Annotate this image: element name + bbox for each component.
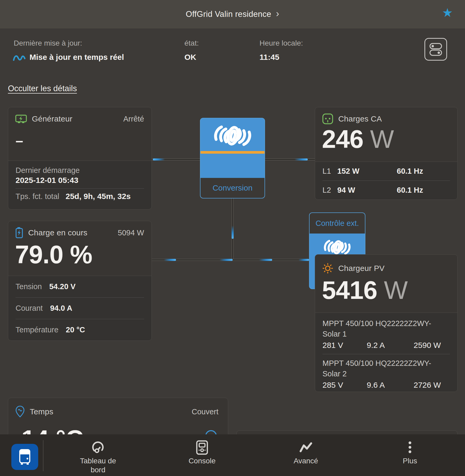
power-unit: W (363, 125, 394, 153)
external-control-label: Contrôle ext. (310, 213, 365, 234)
app-header: OffGrid Valin residence › ★ (0, 0, 465, 28)
location-pin-wave-icon (15, 405, 25, 418)
weather-condition: Couvert (192, 407, 218, 416)
nav-tab-more[interactable]: Plus (370, 441, 449, 474)
power-value: 5416 (322, 276, 377, 304)
tracker-power: 2726 W (414, 381, 441, 390)
power-value: 246 (322, 125, 363, 153)
wire-dc-bus (152, 259, 309, 261)
local-time-value: 11:45 (260, 53, 279, 62)
power-pulse (298, 259, 309, 261)
wire-inverter-dcbus (232, 198, 234, 259)
divider (322, 354, 450, 354)
card-title: Temps (30, 407, 53, 416)
phase-power: 94 W (337, 186, 355, 195)
battery-row: Température 20 °C (8, 319, 151, 341)
hide-details-link[interactable]: Occulter les détails (8, 84, 77, 93)
nav-installation-button[interactable] (11, 444, 38, 470)
nav-label: Plus (403, 456, 417, 465)
card-title: Charges CA (338, 114, 382, 123)
inverter-device-icon (18, 449, 31, 465)
last-update-label: Dernière mise à jour: (14, 39, 82, 47)
sun-icon (322, 263, 334, 274)
last-start-label: Dernier démarrage (8, 166, 151, 175)
battery-row: Tension 54.20 V (8, 276, 151, 297)
inverter-label: Conversion (200, 178, 265, 198)
tracker-voltage: 281 V (322, 341, 367, 350)
toggle-switches-icon (429, 42, 443, 57)
power-unit: W (377, 276, 408, 304)
pv-charger-card[interactable]: Chargeur PV 5416 W MPPT 450/100 HQ22222Z… (315, 254, 458, 391)
phase-label: L2 (322, 186, 331, 195)
generator-card[interactable]: Générateur Arrêté – Dernier démarrage 20… (8, 107, 152, 209)
battery-soc: 79.0 % (15, 240, 92, 269)
local-time-label: Heure locale: (260, 39, 303, 47)
row-value: 94.0 A (50, 304, 72, 313)
gauge-icon (91, 441, 105, 454)
gx-device-icon (195, 441, 209, 454)
nav-tab-advanced[interactable]: Avancé (266, 441, 345, 474)
last-start-value: 2025-12-01 05:43 (8, 175, 151, 185)
battery-power: 5094 W (118, 229, 144, 237)
generator-status: Arrêté (123, 115, 144, 123)
mppt-tracker-name: MPPT 450/100 HQ22222Z2WY-Solar 2 (315, 358, 440, 379)
chevron-right-icon: › (276, 8, 279, 19)
bottom-navbar: Tableau de bord Console Avancé (0, 434, 465, 476)
nav-tab-dashboard[interactable]: Tableau de bord (58, 441, 138, 474)
row-value: 54.20 V (49, 282, 76, 291)
power-pulse (232, 226, 234, 239)
battery-card[interactable]: Charge en cours 5094 W 79.0 % Tension 54… (8, 221, 152, 340)
vrm-app: OffGrid Valin residence › ★ Dernière mis… (0, 0, 465, 476)
ac-phase-row: L2 94 W 60.1 Hz (315, 181, 457, 200)
realtime-wave-icon (13, 53, 26, 63)
battery-icon (15, 227, 23, 239)
installation-title[interactable]: OffGrid Valin residence › (0, 0, 465, 28)
mppt-tracker-values: 285 V 9.6 A 2726 W (315, 379, 457, 390)
favorite-star-icon[interactable]: ★ (442, 5, 453, 21)
power-pulse (164, 259, 176, 261)
divider (16, 188, 144, 189)
nav-tab-console[interactable]: Console (163, 441, 242, 474)
nav-divider (43, 440, 43, 471)
kebab-dots-icon (408, 441, 412, 454)
ac-loads-power: 246 W (322, 125, 394, 154)
phase-label: L1 (322, 167, 331, 176)
tracker-current: 9.2 A (367, 341, 414, 350)
trend-line-icon (298, 441, 313, 454)
inverter-box[interactable]: Conversion (200, 118, 265, 198)
phase-frequency: 60.1 Hz (397, 186, 423, 195)
wire-generator-inverter (152, 158, 200, 161)
state-label: état: (184, 39, 199, 47)
card-title: Chargeur PV (338, 264, 385, 273)
power-pulse (219, 259, 233, 261)
inverter-stripe (200, 151, 265, 154)
nav-label: Avancé (294, 456, 318, 465)
battery-row: Courant 94.0 A (8, 298, 151, 319)
runtime-value: 25d, 9h, 45m, 32s (66, 192, 131, 201)
installation-name: OffGrid Valin residence (186, 9, 271, 19)
phase-power: 152 W (337, 167, 359, 176)
power-pulse (153, 158, 165, 161)
tracker-voltage: 285 V (322, 381, 367, 390)
wire-inverter-acloads (265, 158, 315, 161)
display-settings-button[interactable] (424, 38, 447, 61)
last-update-value: Mise à jour en temps réel (30, 53, 124, 62)
runtime-label: Tps. fct. total (16, 192, 59, 201)
row-label: Tension (16, 282, 42, 291)
ac-phase-row: L1 152 W 60.1 Hz (315, 162, 457, 181)
phase-frequency: 60.1 Hz (397, 167, 423, 176)
card-title: Charge en cours (28, 228, 87, 237)
pv-power: 5416 W (322, 276, 408, 305)
generator-value: – (16, 133, 23, 148)
ac-loads-card[interactable]: Charges CA 246 W L1 152 W 60.1 Hz L2 94 … (315, 107, 458, 199)
row-label: Température (16, 326, 58, 334)
row-label: Courant (16, 304, 43, 313)
card-title: Générateur (32, 114, 72, 123)
mppt-tracker-values: 281 V 9.2 A 2590 W (315, 339, 457, 350)
nav-label: Console (189, 456, 216, 465)
mppt-tracker-name: MPPT 450/100 HQ22222Z2WY-Solar 1 (315, 318, 440, 339)
generator-icon (15, 114, 27, 124)
row-value: 20 °C (66, 326, 85, 334)
power-pulse (295, 158, 308, 161)
nav-label: Tableau de bord (73, 456, 123, 474)
